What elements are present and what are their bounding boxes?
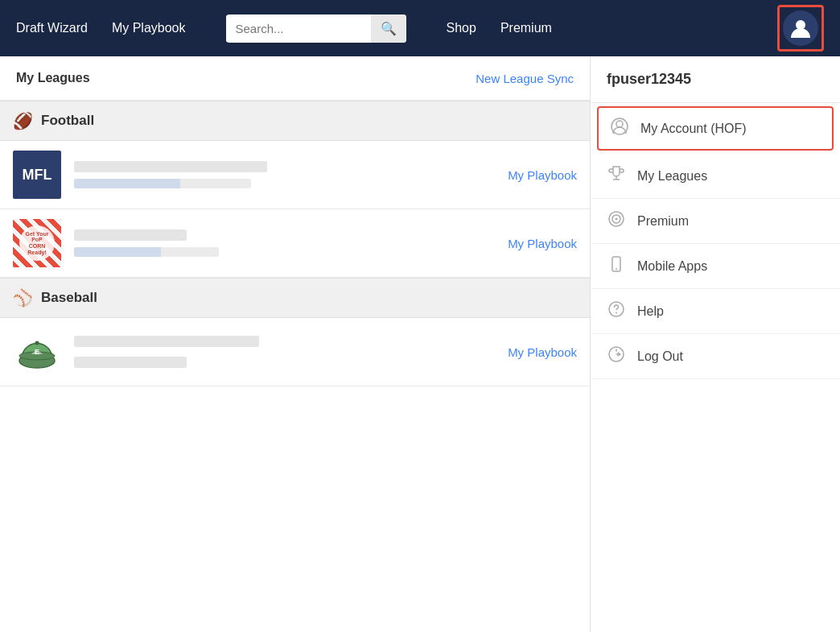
nav-right [777, 5, 824, 52]
svg-point-3 [35, 341, 39, 345]
menu-item-my-account[interactable]: My Account (HOF) [597, 106, 834, 151]
league-playbook-link-popcorn[interactable]: My Playbook [508, 237, 577, 250]
nav-links: Draft Wizard My Playbook 🔍 Shop Premium [16, 14, 777, 43]
user-icon-wrapper[interactable] [777, 5, 824, 52]
nav-shop[interactable]: Shop [447, 21, 476, 35]
league-progress-blurred [74, 179, 251, 188]
mobile-icon [607, 255, 626, 277]
league-logo-popcorn: Get YourPoPCORNReady! [13, 219, 61, 267]
league-logo-mfl: MFL [13, 151, 61, 199]
left-panel: My Leagues New League Sync 🏈 Football MF… [0, 56, 591, 632]
right-panel: fpuser12345 My Account (HOF) [591, 56, 840, 632]
sport-section-baseball: ⚾ Baseball [0, 278, 590, 318]
navbar: Draft Wizard My Playbook 🔍 Shop Premium [0, 0, 840, 56]
menu-label-log-out: Log Out [637, 349, 683, 364]
league-info-mfl [74, 161, 495, 188]
league-name-blurred-3 [74, 336, 259, 347]
league-info-hat [74, 336, 495, 368]
svg-point-11 [616, 218, 618, 221]
premium-icon [607, 210, 626, 232]
menu-item-mobile-apps[interactable]: Mobile Apps [591, 244, 840, 289]
league-sub-blurred-3 [74, 357, 187, 368]
menu-label-mobile-apps: Mobile Apps [637, 259, 707, 274]
league-item-popcorn: Get YourPoPCORNReady! My Playbook [0, 209, 590, 278]
menu-label-premium: Premium [637, 214, 689, 229]
trophy-icon [607, 165, 626, 187]
nav-my-playbook[interactable]: My Playbook [112, 21, 186, 35]
popcorn-logo-inner: Get YourPoPCORNReady! [19, 225, 55, 261]
search-input[interactable] [226, 15, 371, 42]
account-icon [610, 118, 629, 139]
my-leagues-header: My Leagues New League Sync [0, 56, 590, 101]
league-name-blurred-2 [74, 229, 187, 241]
nav-premium[interactable]: Premium [500, 21, 552, 35]
menu-label-my-account: My Account (HOF) [640, 122, 747, 136]
menu-item-log-out[interactable]: Log Out [591, 334, 840, 379]
baseball-icon: ⚾ [13, 288, 33, 308]
svg-text:E: E [35, 348, 39, 356]
league-playbook-link-mfl[interactable]: My Playbook [508, 168, 577, 182]
football-icon: 🏈 [13, 111, 33, 130]
menu-item-premium[interactable]: Premium [591, 199, 840, 244]
user-avatar-icon [783, 10, 818, 46]
league-progress-blurred-2 [74, 247, 219, 257]
help-icon [607, 300, 626, 322]
menu-item-help[interactable]: Help [591, 289, 840, 334]
logout-icon [607, 345, 626, 367]
league-info-popcorn [74, 229, 495, 257]
football-label: Football [41, 113, 94, 129]
main-layout: My Leagues New League Sync 🏈 Football MF… [0, 56, 840, 632]
baseball-label: Baseball [41, 290, 97, 306]
svg-point-6 [616, 121, 623, 127]
search-container: 🔍 [226, 14, 406, 43]
league-logo-hat: E [13, 328, 61, 376]
username-display: fpuser12345 [591, 56, 840, 103]
league-playbook-link-hat[interactable]: My Playbook [508, 345, 577, 359]
new-league-sync-link[interactable]: New League Sync [476, 72, 574, 85]
nav-draft-wizard[interactable]: Draft Wizard [16, 21, 88, 35]
search-button[interactable]: 🔍 [371, 14, 406, 43]
league-item-hat: E My Playbook [0, 318, 590, 386]
sport-section-football: 🏈 Football [0, 101, 590, 141]
league-item-mfl: MFL My Playbook [0, 141, 590, 209]
menu-item-my-leagues[interactable]: My Leagues [591, 154, 840, 199]
menu-label-my-leagues: My Leagues [637, 169, 707, 184]
menu-label-help: Help [637, 304, 664, 319]
league-name-blurred [74, 161, 267, 172]
my-leagues-title: My Leagues [16, 71, 90, 85]
svg-point-15 [616, 312, 617, 314]
